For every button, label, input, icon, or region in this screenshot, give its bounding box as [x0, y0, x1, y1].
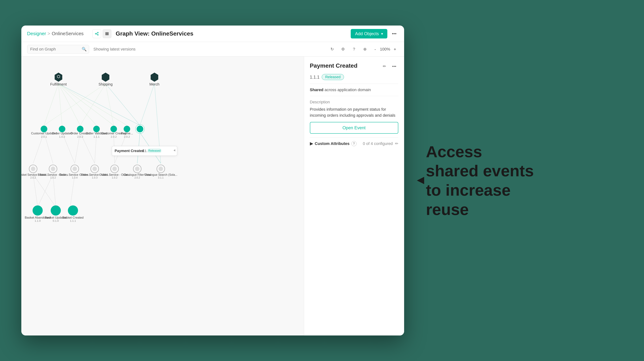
- svg-text:3.1.1: 3.1.1: [158, 176, 164, 179]
- callout-line3: to increase: [426, 180, 590, 200]
- svg-text:1.1.1: 1.1.1: [93, 135, 99, 138]
- expand-icon: ▶: [310, 141, 313, 146]
- svg-point-97: [68, 206, 78, 216]
- right-panel: Payment Created ✏ ••• 1.1.1 Released Sha…: [304, 56, 404, 336]
- custom-attrs-count: 0 of 4 configured: [363, 141, 393, 146]
- svg-text:1.0.2: 1.0.2: [50, 176, 56, 179]
- svg-text:2.0.2: 2.0.2: [124, 135, 130, 138]
- more-options-button[interactable]: •••: [390, 30, 398, 38]
- custom-attrs-edit-icon[interactable]: ✏: [395, 141, 398, 146]
- svg-text:Basket Created: Basket Created: [62, 216, 84, 219]
- svg-point-84: [135, 167, 139, 171]
- breadcrumb: Designer > OnlineServices: [27, 31, 84, 36]
- svg-point-1: [97, 32, 98, 33]
- svg-rect-5: [106, 32, 108, 33]
- nav-icons: [92, 29, 111, 38]
- svg-point-61: [136, 126, 144, 133]
- svg-text:Fulfillment: Fulfillment: [50, 82, 67, 86]
- version-row: 1.1.1 Released: [310, 74, 398, 80]
- svg-line-12: [58, 84, 114, 126]
- svg-point-94: [51, 206, 61, 216]
- svg-text:Released: Released: [148, 149, 160, 152]
- custom-attrs-row: ▶ Custom Attributes ? 0 of 4 configured …: [310, 141, 398, 146]
- svg-line-13: [58, 84, 127, 126]
- panel-title: Payment Created: [310, 62, 358, 69]
- svg-text:1.0.4: 1.0.4: [72, 176, 78, 179]
- svg-line-34: [140, 84, 154, 126]
- callout-line2: shared events: [426, 161, 590, 180]
- svg-text:⬡: ⬡: [57, 74, 60, 78]
- search-input[interactable]: [27, 45, 89, 54]
- toolbar-icons: ↻ ⚙ ? ⊕ - 100% +: [328, 45, 398, 53]
- panel-actions: ✏ •••: [380, 62, 398, 70]
- svg-point-43: [41, 126, 47, 132]
- svg-text:Payme...: Payme...: [121, 132, 133, 135]
- showing-versions-text: Showing latest versions: [94, 47, 324, 52]
- help-icon-btn[interactable]: ?: [350, 45, 358, 53]
- svg-line-31: [53, 174, 56, 207]
- custom-attrs-left: ▶ Custom Attributes ?: [310, 141, 356, 146]
- callout-arrow-icon: [415, 175, 426, 186]
- released-badge: Released: [322, 74, 344, 80]
- description-text: Provides information on payment status f…: [310, 106, 398, 118]
- panel-edit-button[interactable]: ✏: [380, 62, 388, 70]
- svg-point-2: [97, 34, 98, 35]
- graph-svg: ⬡ Fulfillment Shipping Merch Customer Up…: [21, 56, 304, 336]
- help-icon[interactable]: ?: [352, 141, 356, 146]
- svg-marker-39: [102, 73, 109, 82]
- zoom-controls: - 100% +: [372, 46, 398, 52]
- shared-row: Shared across application domain: [310, 88, 398, 92]
- svg-line-14: [58, 84, 140, 126]
- svg-line-16: [80, 84, 105, 126]
- svg-marker-41: [151, 73, 158, 82]
- add-objects-button[interactable]: Add Objects ▾: [351, 29, 387, 38]
- refresh-icon-btn[interactable]: ↻: [328, 45, 336, 53]
- list-view-icon-btn[interactable]: [102, 29, 111, 38]
- svg-line-17: [106, 84, 114, 126]
- svg-text:0.1.0: 0.1.0: [53, 219, 59, 222]
- svg-line-10: [58, 84, 80, 126]
- panel-more-button[interactable]: •••: [390, 62, 398, 70]
- svg-point-88: [158, 167, 163, 171]
- svg-point-58: [124, 126, 130, 132]
- description-section: Description Provides information on paym…: [310, 100, 398, 118]
- svg-point-72: [72, 167, 77, 171]
- fullscreen-icon-btn[interactable]: ⊕: [361, 45, 369, 53]
- search-icon: 🔍: [82, 47, 86, 52]
- zoom-in-button[interactable]: +: [392, 46, 398, 52]
- description-label: Description: [310, 100, 398, 104]
- callout-line1: Access: [426, 142, 590, 161]
- svg-text:Order Updated: Order Updated: [52, 132, 72, 135]
- svg-text:2.0.2: 2.0.2: [134, 176, 140, 179]
- custom-attrs-right: 0 of 4 configured ✏: [363, 141, 398, 146]
- graph-area: ⬡ Fulfillment Shipping Merch Customer Up…: [21, 56, 404, 336]
- callout-line4: reuse: [426, 200, 590, 219]
- filter-icon-btn[interactable]: ⚙: [339, 45, 347, 53]
- svg-text:Catalogue Search (Sola...: Catalogue Search (Sola...: [144, 173, 177, 176]
- graph-view-icon-btn[interactable]: [92, 29, 101, 38]
- app-window: Designer > OnlineServices Gra: [21, 26, 404, 336]
- breadcrumb-current: OnlineServices: [52, 31, 84, 36]
- svg-point-76: [92, 167, 97, 171]
- svg-line-11: [58, 84, 96, 126]
- zoom-out-button[interactable]: -: [372, 46, 378, 52]
- svg-point-80: [112, 167, 117, 171]
- svg-point-52: [93, 126, 100, 132]
- svg-text:1.0.3: 1.0.3: [92, 176, 97, 179]
- svg-point-68: [51, 167, 55, 171]
- svg-text:1.0.2: 1.0.2: [112, 176, 118, 179]
- svg-point-64: [31, 167, 35, 171]
- divider-3: [310, 137, 398, 138]
- svg-line-4: [96, 34, 97, 35]
- main-container: Designer > OnlineServices Gra: [21, 26, 623, 336]
- svg-point-91: [32, 206, 43, 216]
- open-event-button[interactable]: Open Event: [310, 122, 398, 134]
- svg-text:Shipping: Shipping: [98, 82, 112, 86]
- breadcrumb-designer-link[interactable]: Designer: [27, 31, 46, 36]
- svg-rect-7: [106, 34, 108, 35]
- svg-line-9: [58, 84, 62, 126]
- svg-text:2.0.2: 2.0.2: [111, 135, 117, 138]
- page-title: Graph View: OnlineServices: [116, 30, 194, 37]
- svg-text:1.1.0: 1.1.0: [34, 219, 40, 222]
- svg-line-8: [44, 84, 58, 126]
